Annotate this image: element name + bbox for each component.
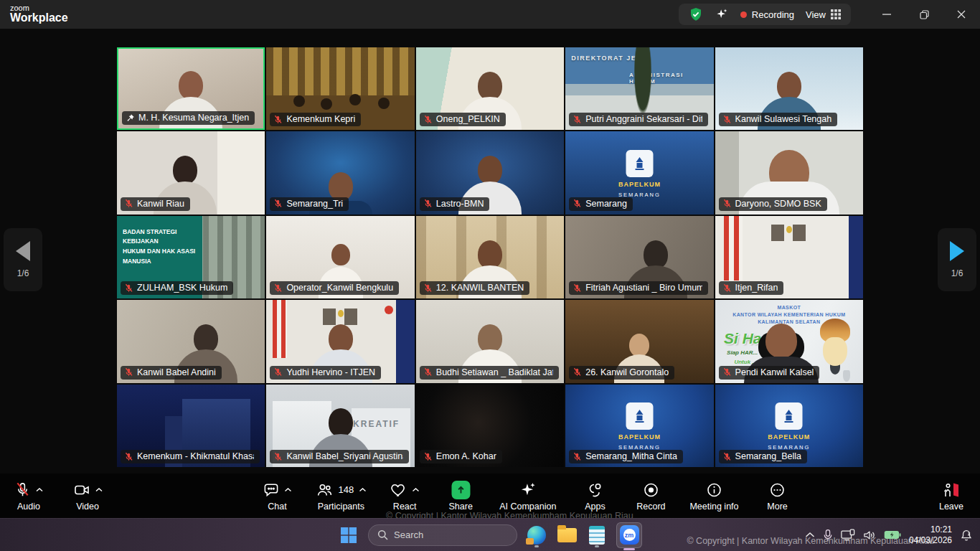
previous-page-button[interactable]: 1/6 — [4, 228, 42, 291]
edge-browser-icon[interactable] — [526, 523, 547, 547]
security-shield-icon[interactable] — [689, 7, 703, 22]
mic-muted-icon — [573, 199, 582, 208]
video-tile[interactable]: Itjen_Rifan — [715, 216, 863, 298]
search-input[interactable] — [394, 529, 494, 540]
video-tile[interactable]: BADAN STRATEGI KEBIJAKAN HUKUM DAN HAK A… — [117, 216, 265, 298]
mic-muted-icon — [423, 199, 433, 208]
video-tile[interactable]: Kemenkum Kepri — [266, 47, 414, 130]
mic-muted-icon — [423, 115, 433, 124]
mic-muted-icon — [722, 367, 732, 377]
nameplate: Kanwil Babel Andini — [121, 366, 222, 380]
video-tile[interactable]: Kanwil Riau — [117, 131, 265, 214]
arrow-left-icon — [16, 241, 30, 261]
grid-view-icon — [831, 9, 841, 19]
video-tile[interactable]: KREATIF Kanwil Babel_Sriyani Agustina — [266, 385, 414, 467]
restore-button[interactable] — [905, 0, 943, 29]
video-tile[interactable]: Emon A. Kohar — [416, 385, 564, 467]
chevron-up-icon[interactable] — [284, 488, 291, 492]
camera-icon — [73, 481, 90, 499]
next-page-button[interactable]: 1/6 — [938, 228, 976, 291]
audio-button[interactable]: Audio — [11, 481, 46, 512]
video-tile[interactable]: Operator_Kanwil Bengkulu — [266, 216, 414, 298]
mic-muted-icon — [124, 452, 133, 461]
video-tile[interactable]: MASKOT KANTOR WILAYAH KEMENTERIAN HUKUM … — [715, 300, 863, 382]
nameplate: Kemenkum - Khikmatul Khasa... — [121, 450, 260, 463]
tray-chevron-up-icon[interactable] — [805, 532, 815, 538]
chevron-up-icon[interactable] — [36, 488, 43, 492]
tray-volume-icon[interactable] — [863, 529, 876, 541]
video-tile[interactable]: Lastro-BMN — [416, 131, 564, 214]
chat-bubble-icon — [263, 481, 279, 498]
record-icon — [642, 481, 659, 499]
nameplate: Oneng_PELKIN — [420, 113, 506, 126]
meeting-info-button[interactable]: Meeting info — [689, 481, 738, 512]
more-button[interactable]: More — [760, 481, 795, 512]
video-tile[interactable]: BAPELKUM SEMARANG Semarang_Mitha Cinta — [565, 385, 713, 467]
chevron-up-icon[interactable] — [359, 488, 366, 492]
notification-bell-sleep-icon[interactable] — [960, 529, 973, 542]
video-tile[interactable]: BAPELKUM SEMARANG Semarang_Bella — [715, 385, 863, 467]
edge-badge — [526, 538, 534, 545]
share-button[interactable]: Share — [443, 481, 478, 512]
mic-muted-icon — [573, 367, 582, 377]
video-tile[interactable]: 26. Kanwil Gorontalo — [565, 300, 713, 382]
zoom-meeting-window: zoom Workplace Recording View — [0, 0, 980, 551]
leave-button[interactable]: Leave — [934, 481, 969, 512]
zoom-workplace-logo: zoom Workplace — [10, 4, 68, 24]
minimize-button[interactable] — [868, 0, 905, 29]
chevron-up-icon[interactable] — [413, 488, 420, 492]
nameplate: Itjen_Rifan — [719, 281, 784, 295]
nameplate: M. H. Kesuma Negara_Itjen — [122, 111, 255, 125]
video-tile[interactable]: Yudhi Hervino - ITJEN — [266, 300, 414, 382]
notepad-icon[interactable] — [586, 523, 608, 547]
video-button[interactable]: Video — [70, 481, 105, 512]
tray-display-icon[interactable] — [841, 529, 855, 541]
nameplate: Fitriah Agustiani _ Biro Umum ... — [569, 281, 708, 295]
zoom-badge-text: zm — [623, 529, 636, 541]
video-tile[interactable]: M. H. Kesuma Negara_Itjen — [117, 47, 265, 130]
recording-dot-icon — [740, 11, 747, 18]
video-tile[interactable]: Daryono, SDMO BSK — [715, 131, 863, 214]
meeting-status-pill: Recording View — [679, 4, 851, 25]
video-tile[interactable]: Fitriah Agustiani _ Biro Umum ... — [565, 216, 713, 298]
mic-muted-icon — [273, 367, 283, 377]
bapelkum-logo: BAPELKUM SEMARANG — [618, 402, 661, 451]
video-tile[interactable]: Budhi Setiawan _ Badiklat Jate... — [416, 300, 564, 382]
react-button[interactable]: React — [387, 481, 422, 512]
file-explorer-icon[interactable] — [556, 523, 578, 547]
taskbar-clock[interactable]: 10:21 04/03/2026 — [909, 524, 952, 546]
mic-muted-icon — [423, 367, 433, 377]
mic-muted-icon — [273, 283, 283, 293]
video-tile[interactable]: BAPELKUM SEMARANG Semarang — [565, 131, 713, 214]
ai-companion-button[interactable]: AI Companion — [499, 481, 556, 512]
video-tile[interactable]: Oneng_PELKIN — [416, 47, 564, 130]
participants-count: 148 — [338, 484, 354, 495]
record-button[interactable]: Record — [633, 481, 668, 512]
apps-button[interactable]: Apps — [578, 481, 612, 512]
participants-button[interactable]: 148 Participants — [316, 481, 366, 512]
nameplate: Kanwil Sulawesi Tengah — [719, 113, 838, 126]
page-indicator: 1/6 — [951, 268, 963, 278]
zoom-app-icon[interactable]: zm — [616, 522, 642, 548]
video-tile[interactable]: DIREKTORAT JEN ADMINISTRASI HUKUM Putri … — [565, 47, 713, 130]
taskbar-search[interactable] — [368, 524, 517, 546]
tray-battery-icon[interactable] — [884, 530, 901, 540]
recording-indicator[interactable]: Recording — [740, 9, 794, 20]
tray-microphone-icon[interactable] — [823, 529, 833, 542]
chevron-up-icon[interactable] — [95, 488, 103, 492]
ai-companion-sparkle-icon[interactable] — [715, 7, 729, 22]
video-tile[interactable]: 12. KANWIL BANTEN — [416, 216, 564, 298]
start-button[interactable] — [338, 523, 359, 547]
close-button[interactable] — [943, 0, 980, 29]
video-tile[interactable]: Semarang_Tri — [266, 131, 414, 214]
view-button[interactable]: View — [806, 9, 841, 20]
video-tile[interactable]: Kemenkum - Khikmatul Khasa... — [117, 385, 265, 467]
video-tile[interactable]: Kanwil Sulawesi Tengah — [715, 47, 863, 130]
chat-button[interactable]: Chat — [260, 481, 294, 512]
mic-muted-icon — [273, 115, 283, 124]
nameplate: Lastro-BMN — [420, 197, 490, 211]
page-indicator: 1/6 — [17, 268, 29, 278]
video-tile[interactable]: Kanwil Babel Andini — [117, 300, 265, 382]
building-signage: DIREKTORAT JEN ADMINISTRASI HUKUM — [571, 55, 709, 85]
mic-muted-icon — [273, 452, 283, 461]
